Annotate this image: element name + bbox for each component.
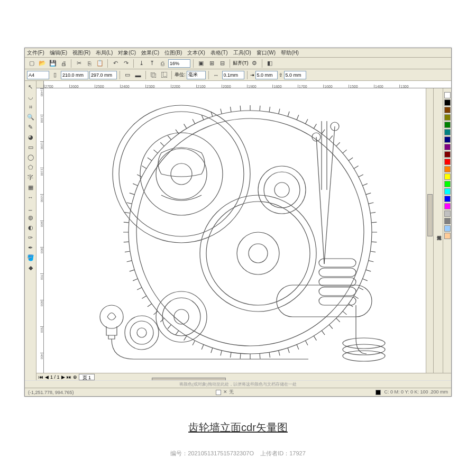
menu-bitmap[interactable]: 位图(B) bbox=[164, 49, 182, 57]
dup-y-input[interactable] bbox=[284, 71, 306, 79]
menu-window[interactable]: 窗口(W) bbox=[257, 49, 276, 57]
ruler-origin[interactable] bbox=[36, 81, 44, 88]
color-swatch[interactable] bbox=[444, 99, 451, 106]
color-swatch[interactable] bbox=[444, 159, 451, 165]
color-swatch[interactable] bbox=[444, 144, 451, 150]
menu-file[interactable]: 文件(F) bbox=[27, 49, 44, 57]
options-icon[interactable]: ⚙ bbox=[250, 59, 259, 68]
color-swatch[interactable] bbox=[444, 136, 451, 143]
scrollbar-thumb-v[interactable] bbox=[427, 194, 433, 236]
nav-prev-icon[interactable]: ◀ bbox=[45, 374, 49, 380]
docker-tab[interactable]: 对象属性 bbox=[433, 88, 443, 373]
outline-swatch-icon[interactable] bbox=[376, 390, 381, 395]
launcher-icon[interactable]: ◧ bbox=[265, 59, 274, 68]
color-swatch[interactable] bbox=[444, 218, 451, 224]
zoom-input[interactable] bbox=[168, 59, 190, 68]
smart-fill-icon[interactable]: ◕ bbox=[26, 132, 35, 142]
pick-tool-icon[interactable]: ↖ bbox=[26, 82, 35, 91]
page-tab[interactable]: 页 1 bbox=[79, 374, 95, 380]
menu-view[interactable]: 视图(R) bbox=[72, 49, 90, 57]
color-swatch[interactable] bbox=[444, 181, 451, 187]
cut-icon[interactable]: ✂ bbox=[74, 59, 84, 68]
menu-table[interactable]: 表格(T) bbox=[210, 49, 228, 57]
color-swatch[interactable] bbox=[444, 225, 451, 232]
connector-tool-icon[interactable]: ⎯ bbox=[26, 203, 35, 212]
nudge-input[interactable] bbox=[222, 71, 244, 79]
zoom-tool-icon[interactable]: 🔍 bbox=[26, 112, 35, 122]
color-swatch[interactable] bbox=[444, 129, 451, 135]
eyedropper-tool-icon[interactable]: ✑ bbox=[26, 233, 35, 242]
outline-tool-icon[interactable]: ✒ bbox=[26, 243, 35, 252]
menu-text[interactable]: 文本(X) bbox=[187, 49, 205, 57]
import-icon[interactable]: ⤓ bbox=[136, 59, 146, 68]
menu-layout[interactable]: 布局(L) bbox=[96, 49, 113, 57]
scrollbar-vertical[interactable] bbox=[426, 88, 433, 373]
menu-edit[interactable]: 编辑(E) bbox=[50, 49, 67, 57]
dup-x-input[interactable] bbox=[255, 71, 278, 79]
units-select[interactable] bbox=[187, 71, 206, 79]
print-icon[interactable]: 🖨 bbox=[59, 59, 68, 68]
color-swatch[interactable] bbox=[444, 122, 451, 128]
save-icon[interactable]: 💾 bbox=[48, 59, 58, 68]
portrait-icon[interactable]: ▯ bbox=[50, 70, 60, 80]
color-swatch[interactable] bbox=[444, 203, 451, 209]
polygon-tool-icon[interactable]: ⬠ bbox=[26, 162, 35, 172]
rectangle-tool-icon[interactable]: ▭ bbox=[26, 142, 35, 152]
color-swatch[interactable] bbox=[444, 166, 451, 172]
copy-icon[interactable]: ⎘ bbox=[85, 59, 94, 68]
transparency-tool-icon[interactable]: ◐ bbox=[26, 223, 35, 232]
paste-icon[interactable]: 📋 bbox=[95, 59, 105, 68]
fill-swatch-icon[interactable] bbox=[216, 390, 221, 395]
page-size-select[interactable] bbox=[27, 71, 49, 79]
ellipse-tool-icon[interactable]: ◯ bbox=[26, 152, 35, 162]
orient-portrait-icon[interactable]: ▭ bbox=[123, 70, 132, 80]
color-swatch[interactable] bbox=[444, 107, 451, 113]
page-width-input[interactable] bbox=[61, 71, 88, 79]
ruler-horizontal[interactable]: 2700260025002400230022002100200019001800… bbox=[44, 81, 451, 88]
color-swatch[interactable] bbox=[444, 233, 451, 239]
color-swatch[interactable] bbox=[444, 173, 451, 180]
color-swatch[interactable] bbox=[444, 196, 451, 202]
publish-icon[interactable]: ⎙ bbox=[158, 59, 167, 68]
menu-object[interactable]: 对象(C) bbox=[118, 49, 136, 57]
color-swatch[interactable] bbox=[444, 151, 451, 158]
facing-icon[interactable]: ⿺ bbox=[159, 70, 169, 80]
text-tool-icon[interactable]: 字 bbox=[26, 172, 35, 182]
redo-icon[interactable]: ↷ bbox=[121, 59, 131, 68]
fullscreen-icon[interactable]: ▣ bbox=[196, 59, 206, 68]
drawing-canvas[interactable] bbox=[44, 88, 426, 373]
color-swatch[interactable] bbox=[444, 210, 451, 217]
guides-icon[interactable]: ⊟ bbox=[217, 59, 227, 68]
all-pages-icon[interactable]: ⿻ bbox=[149, 70, 158, 80]
page-height-input[interactable] bbox=[89, 71, 117, 79]
orient-landscape-icon[interactable]: ▬ bbox=[133, 70, 143, 80]
grid-icon[interactable]: ⊞ bbox=[207, 59, 216, 68]
undo-icon[interactable]: ↶ bbox=[111, 59, 120, 68]
nav-last-icon[interactable]: ⏭ bbox=[67, 374, 71, 380]
color-swatch[interactable] bbox=[444, 92, 451, 98]
app-window: 文件(F) 编辑(E) 视图(R) 布局(L) 对象(C) 效果(C) 位图(B… bbox=[24, 48, 452, 397]
color-swatch[interactable] bbox=[444, 114, 451, 121]
fill-tool-icon[interactable]: 🪣 bbox=[26, 253, 35, 262]
open-icon[interactable]: 📂 bbox=[38, 59, 47, 68]
blend-tool-icon[interactable]: ◍ bbox=[26, 213, 35, 222]
menu-effect[interactable]: 效果(C) bbox=[141, 49, 159, 57]
menu-tools[interactable]: 工具(O) bbox=[233, 49, 251, 57]
dimension-tool-icon[interactable]: ↔ bbox=[26, 193, 35, 202]
svg-point-23 bbox=[343, 338, 385, 349]
shape-tool-icon[interactable]: ◡ bbox=[26, 92, 35, 102]
snap-label[interactable]: 贴齐(T) bbox=[233, 60, 249, 67]
export-icon[interactable]: ⤒ bbox=[147, 59, 157, 68]
menu-help[interactable]: 帮助(H) bbox=[281, 49, 299, 57]
interactive-fill-icon[interactable]: ◆ bbox=[26, 263, 35, 272]
color-swatch[interactable] bbox=[444, 188, 451, 195]
new-icon[interactable]: ▢ bbox=[27, 59, 36, 68]
scrollbar-thumb-h[interactable] bbox=[152, 378, 226, 381]
crop-tool-icon[interactable]: ⌗ bbox=[26, 102, 35, 112]
ruler-vertical[interactable]: 14001300120011001000900800700600500400 bbox=[36, 88, 44, 373]
nav-first-icon[interactable]: ⏮ bbox=[39, 374, 43, 380]
table-tool-icon[interactable]: ▦ bbox=[26, 182, 35, 192]
freehand-tool-icon[interactable]: ✎ bbox=[26, 122, 35, 132]
nav-next-icon[interactable]: ▶ bbox=[61, 374, 65, 380]
add-page-icon[interactable]: ⊕ bbox=[73, 374, 77, 380]
